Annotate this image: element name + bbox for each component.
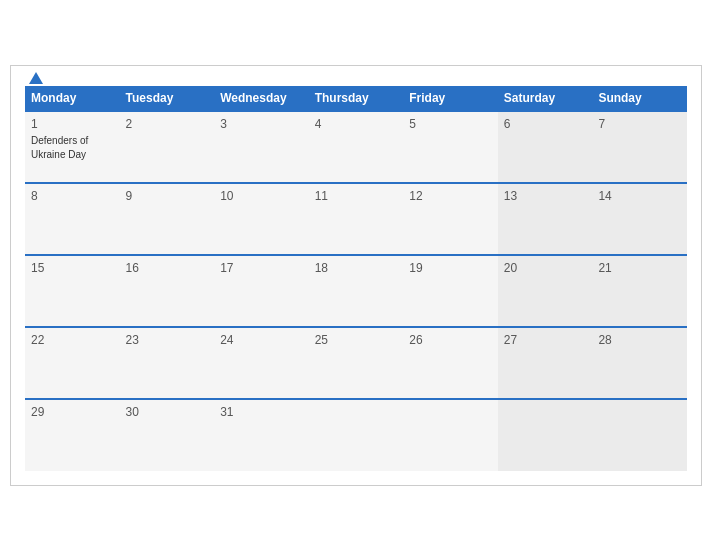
day-number: 7	[598, 117, 681, 131]
weekday-header-monday: Monday	[25, 86, 120, 111]
brand-triangle-icon	[29, 72, 43, 84]
day-number: 28	[598, 333, 681, 347]
calendar-cell	[592, 399, 687, 471]
calendar-cell: 27	[498, 327, 593, 399]
day-number: 21	[598, 261, 681, 275]
day-number: 16	[126, 261, 209, 275]
calendar-cell: 13	[498, 183, 593, 255]
calendar-cell	[498, 399, 593, 471]
calendar-week-row: 891011121314	[25, 183, 687, 255]
calendar-cell: 2	[120, 111, 215, 183]
calendar-cell: 22	[25, 327, 120, 399]
day-number: 8	[31, 189, 114, 203]
day-number: 4	[315, 117, 398, 131]
day-number: 9	[126, 189, 209, 203]
calendar-cell: 12	[403, 183, 498, 255]
day-number: 5	[409, 117, 492, 131]
calendar-cell: 6	[498, 111, 593, 183]
day-number: 24	[220, 333, 303, 347]
calendar-cell: 29	[25, 399, 120, 471]
calendar-tbody: 1Defenders of Ukraine Day234567891011121…	[25, 111, 687, 471]
day-number: 14	[598, 189, 681, 203]
weekday-header-thursday: Thursday	[309, 86, 404, 111]
calendar-cell: 5	[403, 111, 498, 183]
day-number: 30	[126, 405, 209, 419]
calendar-cell: 19	[403, 255, 498, 327]
calendar-cell: 20	[498, 255, 593, 327]
calendar-cell: 3	[214, 111, 309, 183]
day-number: 29	[31, 405, 114, 419]
calendar-cell: 23	[120, 327, 215, 399]
day-number: 31	[220, 405, 303, 419]
weekday-header-friday: Friday	[403, 86, 498, 111]
day-number: 19	[409, 261, 492, 275]
day-number: 12	[409, 189, 492, 203]
calendar-cell: 25	[309, 327, 404, 399]
day-number: 3	[220, 117, 303, 131]
calendar-cell: 26	[403, 327, 498, 399]
calendar-cell: 8	[25, 183, 120, 255]
calendar-cell: 9	[120, 183, 215, 255]
calendar-week-row: 1Defenders of Ukraine Day234567	[25, 111, 687, 183]
calendar-cell: 1Defenders of Ukraine Day	[25, 111, 120, 183]
calendar-table: MondayTuesdayWednesdayThursdayFridaySatu…	[25, 86, 687, 471]
weekday-header-wednesday: Wednesday	[214, 86, 309, 111]
calendar-cell: 30	[120, 399, 215, 471]
calendar-container: MondayTuesdayWednesdayThursdayFridaySatu…	[10, 65, 702, 486]
brand-logo	[25, 72, 43, 84]
weekday-header-tuesday: Tuesday	[120, 86, 215, 111]
calendar-cell: 21	[592, 255, 687, 327]
day-number: 2	[126, 117, 209, 131]
calendar-cell: 16	[120, 255, 215, 327]
day-number: 6	[504, 117, 587, 131]
calendar-cell	[403, 399, 498, 471]
weekday-header-row: MondayTuesdayWednesdayThursdayFridaySatu…	[25, 86, 687, 111]
day-number: 27	[504, 333, 587, 347]
calendar-cell: 10	[214, 183, 309, 255]
calendar-cell: 31	[214, 399, 309, 471]
day-number: 15	[31, 261, 114, 275]
weekday-header-sunday: Sunday	[592, 86, 687, 111]
day-number: 13	[504, 189, 587, 203]
calendar-cell: 28	[592, 327, 687, 399]
calendar-cell: 17	[214, 255, 309, 327]
calendar-week-row: 293031	[25, 399, 687, 471]
day-number: 10	[220, 189, 303, 203]
day-number: 22	[31, 333, 114, 347]
calendar-thead: MondayTuesdayWednesdayThursdayFridaySatu…	[25, 86, 687, 111]
calendar-cell: 18	[309, 255, 404, 327]
day-number: 17	[220, 261, 303, 275]
calendar-cell: 15	[25, 255, 120, 327]
holiday-text: Defenders of Ukraine Day	[31, 135, 88, 160]
day-number: 25	[315, 333, 398, 347]
calendar-cell: 7	[592, 111, 687, 183]
calendar-cell	[309, 399, 404, 471]
day-number: 1	[31, 117, 114, 131]
weekday-header-saturday: Saturday	[498, 86, 593, 111]
day-number: 26	[409, 333, 492, 347]
calendar-cell: 14	[592, 183, 687, 255]
day-number: 20	[504, 261, 587, 275]
day-number: 18	[315, 261, 398, 275]
calendar-week-row: 15161718192021	[25, 255, 687, 327]
day-number: 11	[315, 189, 398, 203]
calendar-week-row: 22232425262728	[25, 327, 687, 399]
calendar-cell: 4	[309, 111, 404, 183]
calendar-cell: 11	[309, 183, 404, 255]
calendar-cell: 24	[214, 327, 309, 399]
day-number: 23	[126, 333, 209, 347]
